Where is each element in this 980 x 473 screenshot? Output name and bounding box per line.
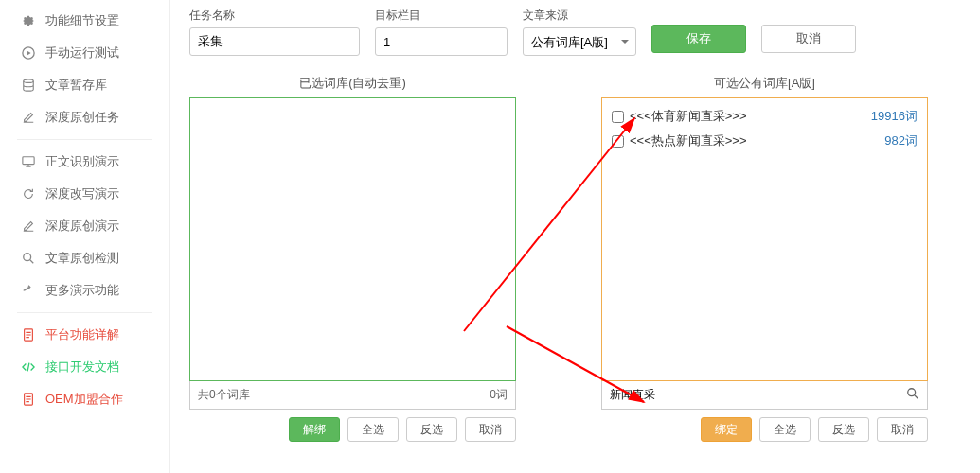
svg-point-1 <box>24 79 34 83</box>
sidebar-item-function-detail[interactable]: 功能细节设置 <box>0 5 169 37</box>
selected-lib-word-count: 0词 <box>490 387 508 403</box>
lib-item[interactable]: <<<体育新闻直采>>> 19916词 <box>608 104 921 129</box>
sidebar-item-deep-rewrite-demo[interactable]: 深度改写演示 <box>0 178 169 210</box>
lib-item-count: 19916词 <box>871 108 918 125</box>
svg-rect-2 <box>23 157 34 165</box>
sidebar-item-label: 平台功能详解 <box>45 326 119 343</box>
lib-item-count: 982词 <box>884 132 918 149</box>
selected-lib-panel: 已选词库(自动去重) 共0个词库 0词 解绑 全选 反选 取消 <box>189 75 516 442</box>
selected-lib-count-label: 共0个词库 <box>198 387 250 403</box>
search-icon <box>21 252 36 265</box>
source-label: 文章来源 <box>523 8 636 24</box>
panels-row: 已选词库(自动去重) 共0个词库 0词 解绑 全选 反选 取消 可选公有词库[A… <box>189 75 972 442</box>
edit-icon <box>21 219 36 233</box>
sidebar-item-label: 文章原创检测 <box>45 250 119 267</box>
cancel2-button[interactable]: 取消 <box>877 417 928 442</box>
refresh-icon <box>21 187 36 201</box>
select-all-button[interactable]: 全选 <box>347 417 399 442</box>
unbind-button[interactable]: 解绑 <box>289 417 340 442</box>
sidebar-item-platform-detail[interactable]: 平台功能详解 <box>0 319 169 351</box>
available-lib-actions: 绑定 全选 反选 取消 <box>601 417 928 442</box>
available-lib-panel: 可选公有词库[A版] <<<体育新闻直采>>> 19916词 <<<热点新闻直采… <box>601 75 928 442</box>
sidebar-item-deep-original-task[interactable]: 深度原创任务 <box>0 101 169 133</box>
target-col-input[interactable] <box>375 27 508 56</box>
sidebar-item-label: 更多演示功能 <box>45 282 119 299</box>
sidebar-item-label: 功能细节设置 <box>45 12 119 29</box>
sidebar-item-label: 深度原创任务 <box>45 109 119 126</box>
sidebar-item-deep-original-demo[interactable]: 深度原创演示 <box>0 210 169 242</box>
task-name-label: 任务名称 <box>189 8 360 24</box>
svg-point-3 <box>24 254 31 261</box>
sidebar-item-label: OEM加盟合作 <box>45 391 123 408</box>
invert-button[interactable]: 反选 <box>406 417 457 442</box>
sidebar-item-label: 接口开发文档 <box>45 359 119 376</box>
play-circle-icon <box>21 46 36 60</box>
selected-lib-box[interactable] <box>189 97 516 381</box>
available-lib-title: 可选公有词库[A版] <box>601 75 928 92</box>
lib-item-checkbox[interactable] <box>612 111 624 123</box>
code-icon <box>21 360 36 374</box>
sidebar-item-label: 文章暂存库 <box>45 77 107 94</box>
divider <box>17 139 152 140</box>
lib-item-label: <<<体育新闻直采>>> <box>630 108 747 125</box>
sidebar-item-manual-test[interactable]: 手动运行测试 <box>0 37 169 69</box>
sidebar-item-article-check[interactable]: 文章原创检测 <box>0 242 169 274</box>
invert-button[interactable]: 反选 <box>818 417 869 442</box>
selected-lib-actions: 解绑 全选 反选 取消 <box>189 417 516 442</box>
selected-lib-foot: 共0个词库 0词 <box>189 381 516 410</box>
document-icon <box>21 328 36 342</box>
cancel-button[interactable]: 取消 <box>761 25 856 53</box>
sidebar-item-label: 深度原创演示 <box>45 218 119 235</box>
gears-icon <box>21 14 36 27</box>
svg-point-6 <box>908 389 916 396</box>
sidebar-item-api-doc[interactable]: 接口开发文档 <box>0 351 169 383</box>
sidebar-item-body-recognition-demo[interactable]: 正文识别演示 <box>0 146 169 178</box>
task-name-input[interactable] <box>189 27 360 56</box>
lib-item-label: <<<热点新闻直采>>> <box>630 132 747 149</box>
sidebar-item-oem[interactable]: OEM加盟合作 <box>0 383 169 415</box>
main-content: 任务名称 目标栏目 文章来源 公有词库[A版] 保存 取消 已选词库(自动去重) <box>189 0 972 473</box>
lib-item-checkbox[interactable] <box>612 135 624 148</box>
form-row: 任务名称 目标栏目 文章来源 公有词库[A版] 保存 取消 <box>189 0 972 56</box>
target-col-label: 目标栏目 <box>375 8 508 24</box>
document-icon <box>21 393 36 406</box>
sidebar-item-label: 手动运行测试 <box>45 44 119 61</box>
lib-item[interactable]: <<<热点新闻直采>>> 982词 <box>608 129 921 153</box>
sidebar-item-article-store[interactable]: 文章暂存库 <box>0 69 169 101</box>
selected-lib-title: 已选词库(自动去重) <box>189 75 516 92</box>
available-lib-foot <box>601 381 928 410</box>
bind-button[interactable]: 绑定 <box>701 417 752 442</box>
sidebar: 功能细节设置 手动运行测试 文章暂存库 深度原创任务 正文识别演示 深度改写演示… <box>0 0 170 473</box>
search-icon[interactable] <box>906 387 919 403</box>
share-icon <box>21 284 36 297</box>
lib-search-input[interactable] <box>610 383 906 408</box>
database-icon <box>21 79 36 92</box>
divider <box>17 312 152 313</box>
sidebar-item-label: 深度改写演示 <box>45 185 119 202</box>
save-button[interactable]: 保存 <box>651 25 746 53</box>
source-select[interactable]: 公有词库[A版] <box>523 27 636 56</box>
sidebar-item-label: 正文识别演示 <box>45 153 119 170</box>
sidebar-item-more-demo[interactable]: 更多演示功能 <box>0 274 169 307</box>
edit-icon <box>21 111 36 124</box>
select-all-button[interactable]: 全选 <box>759 417 811 442</box>
cancel2-button[interactable]: 取消 <box>465 417 516 442</box>
available-lib-box[interactable]: <<<体育新闻直采>>> 19916词 <<<热点新闻直采>>> 982词 <box>601 97 928 381</box>
monitor-icon <box>21 155 36 168</box>
